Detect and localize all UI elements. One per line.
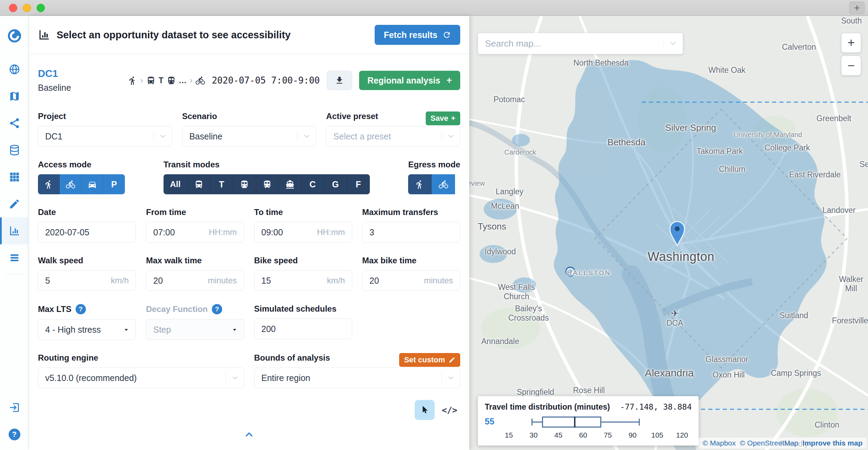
egress-walk-button[interactable] bbox=[408, 174, 432, 194]
fetch-results-label: Fetch results bbox=[384, 30, 437, 40]
map-search-box[interactable]: Search map... bbox=[478, 33, 683, 54]
distribution-tick: 105 bbox=[651, 431, 663, 439]
from-time-input[interactable]: HH:mm bbox=[146, 222, 244, 243]
walk-speed-input-control[interactable] bbox=[38, 271, 136, 291]
transit-bus-button[interactable] bbox=[188, 174, 210, 194]
max-transfers-input[interactable] bbox=[362, 222, 460, 243]
bike-speed-input[interactable]: km/h bbox=[254, 270, 352, 291]
distribution-tick: 15 bbox=[505, 431, 513, 439]
sidebar-item-modifications[interactable] bbox=[0, 83, 29, 110]
chevron-down-icon[interactable] bbox=[154, 132, 172, 140]
transit-ferry-button[interactable] bbox=[279, 174, 302, 194]
decay-function-select[interactable]: Step bbox=[146, 319, 244, 340]
boxplot[interactable] bbox=[509, 415, 682, 429]
sidebar-item-regions[interactable] bbox=[0, 56, 29, 83]
access-park-ride-button[interactable]: P bbox=[103, 174, 125, 194]
simulated-schedules-input[interactable] bbox=[254, 319, 352, 339]
sidebar-item-network-bundles[interactable] bbox=[0, 110, 29, 137]
bounds-select[interactable]: Entire region bbox=[254, 368, 461, 388]
access-walk-button[interactable] bbox=[38, 174, 60, 194]
osm-attribution-link[interactable]: © OpenStreetMap bbox=[740, 439, 799, 447]
sidebar-divider bbox=[6, 274, 23, 274]
regional-analysis-button[interactable]: Regional analysis + bbox=[359, 71, 460, 90]
sidebar-item-regional-analyses[interactable] bbox=[0, 244, 29, 271]
routing-engine-select[interactable]: v5.10.0 (recommended) bbox=[38, 368, 244, 388]
subway-icon bbox=[240, 180, 249, 189]
transit-subway-button[interactable] bbox=[233, 174, 256, 194]
analysis-icon bbox=[38, 29, 50, 41]
fetch-results-button[interactable]: Fetch results bbox=[375, 25, 460, 45]
mapbox-attribution-link[interactable]: © Mapbox bbox=[703, 439, 736, 447]
modes-row: Access mode P Transit modes All bbox=[38, 160, 460, 194]
from-time-label: From time bbox=[146, 207, 244, 217]
sidebar-item-help[interactable]: ? bbox=[0, 421, 29, 448]
sidebar-item-analyze[interactable] bbox=[0, 217, 29, 244]
transit-gondola-button[interactable]: G bbox=[324, 174, 347, 194]
map-pointer-tool-button[interactable] bbox=[415, 400, 435, 420]
distribution-tick: 120 bbox=[676, 431, 688, 439]
improve-map-link[interactable]: Improve this map bbox=[802, 439, 862, 447]
zoom-window-button[interactable] bbox=[37, 4, 45, 12]
access-car-button[interactable] bbox=[81, 174, 103, 194]
sidebar-item-log-out[interactable] bbox=[0, 394, 29, 421]
download-button[interactable] bbox=[327, 71, 352, 90]
project-select[interactable]: DC1 bbox=[38, 126, 172, 147]
help-icon[interactable]: ? bbox=[212, 304, 222, 314]
code-icon: </> bbox=[442, 405, 457, 415]
sidebar-item-opportunity-datasets[interactable] bbox=[0, 164, 29, 190]
egress-bike-button[interactable] bbox=[432, 174, 455, 194]
zoom-in-button[interactable]: + bbox=[841, 33, 861, 53]
walk-speed-input[interactable]: km/h bbox=[38, 270, 136, 291]
preset-select[interactable]: Select a preset bbox=[326, 126, 460, 147]
advanced-row: Max LTS ? 4 - High stress Decay Function… bbox=[38, 304, 460, 340]
project-link[interactable]: DC1 bbox=[38, 68, 71, 79]
new-tab-button[interactable]: + bbox=[849, 2, 865, 14]
chevron-down-icon[interactable] bbox=[442, 132, 460, 140]
save-preset-button[interactable]: Save + bbox=[426, 111, 460, 125]
sidebar-item-logo[interactable] bbox=[0, 16, 29, 56]
chevron-down-icon[interactable] bbox=[298, 132, 316, 140]
sidebar-item-edit-scenario[interactable] bbox=[0, 190, 29, 217]
transit-cable-car-button[interactable]: C bbox=[302, 174, 324, 194]
map-pane: SouthNorth BethesdaWhite OakCalvertonPot… bbox=[469, 16, 868, 450]
max-bike-time-input[interactable]: minutes bbox=[362, 270, 460, 291]
simulated-schedules-label: Simulated schedules bbox=[254, 304, 352, 314]
distribution-axis: 153045607590105120 bbox=[509, 431, 682, 441]
chevron-down-icon[interactable] bbox=[442, 374, 460, 382]
help-icon[interactable]: ? bbox=[76, 304, 86, 314]
to-time-input[interactable]: HH:mm bbox=[254, 222, 352, 243]
set-custom-bounds-button[interactable]: Set custom bbox=[399, 353, 460, 367]
minimize-window-button[interactable] bbox=[23, 4, 31, 12]
max-lts-select[interactable]: 4 - High stress bbox=[38, 319, 136, 340]
max-walk-time-input[interactable]: minutes bbox=[146, 270, 244, 291]
caret-down-icon bbox=[231, 326, 238, 333]
to-time-input-control[interactable] bbox=[255, 222, 352, 242]
cursor-icon bbox=[420, 405, 430, 415]
transit-tram-button[interactable]: T bbox=[210, 174, 233, 194]
bike-speed-input-control[interactable] bbox=[255, 271, 352, 291]
from-time-input-control[interactable] bbox=[146, 222, 244, 242]
search-input[interactable]: Search map... bbox=[485, 38, 663, 49]
scenario-select[interactable]: Baseline bbox=[182, 126, 316, 147]
json-editor-button[interactable]: </> bbox=[440, 400, 460, 420]
max-bike-time-input-control[interactable] bbox=[363, 271, 460, 291]
access-bike-button[interactable] bbox=[60, 174, 81, 194]
transit-all-button[interactable]: All bbox=[164, 174, 188, 194]
collapse-panel-button[interactable] bbox=[38, 429, 460, 440]
chevron-down-icon[interactable] bbox=[663, 39, 683, 48]
transit-funicular-button[interactable]: F bbox=[347, 174, 370, 194]
date-input[interactable] bbox=[38, 222, 136, 243]
boxplot-box bbox=[542, 417, 601, 428]
origin-marker[interactable] bbox=[566, 267, 575, 276]
network-icon bbox=[9, 117, 20, 129]
chevron-down-icon[interactable] bbox=[226, 374, 244, 382]
max-walk-time-input-control[interactable] bbox=[146, 271, 244, 291]
simulated-schedules-input-control[interactable] bbox=[255, 319, 352, 339]
zoom-out-button[interactable]: − bbox=[841, 56, 861, 76]
map-canvas[interactable] bbox=[469, 16, 868, 450]
sidebar-item-transport-data[interactable] bbox=[0, 137, 29, 164]
transit-rail-button[interactable] bbox=[256, 174, 279, 194]
date-input-control[interactable] bbox=[38, 222, 136, 242]
max-transfers-input-control[interactable] bbox=[363, 222, 460, 242]
close-window-button[interactable] bbox=[9, 4, 17, 12]
